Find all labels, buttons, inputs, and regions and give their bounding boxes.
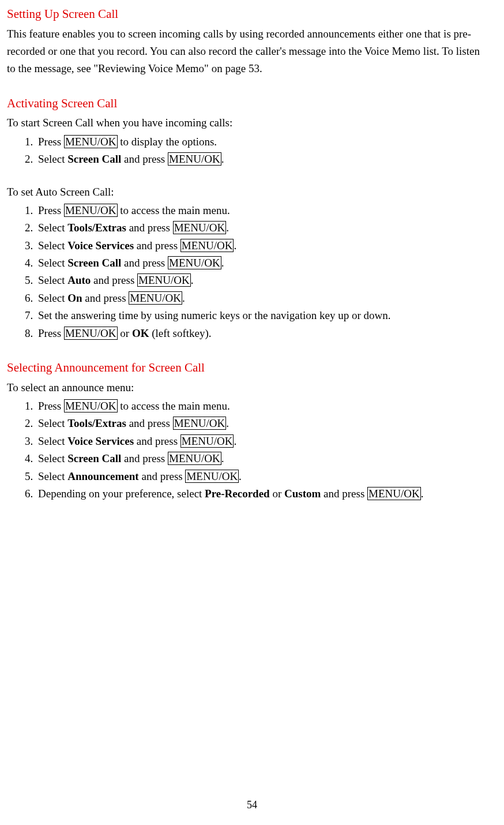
ui-option: On [67,292,82,304]
step-text: Press [38,204,64,216]
list-item: Select Screen Call and press MENU/OK. [36,450,483,467]
step-text: Set the answering time by using numeric … [38,309,391,321]
step-text: . [221,452,224,464]
list-item: Select Voice Services and press MENU/OK. [36,237,483,254]
ui-option: Voice Services [67,435,134,447]
step-text: and press [126,222,173,234]
step-text: and press [126,417,173,429]
ui-option: Screen Call [67,452,121,464]
step-text: Press [38,327,64,339]
step-text: to display the options. [118,136,217,148]
section-heading-activating: Activating Screen Call [7,94,483,114]
step-text: Press [38,400,64,412]
step-text: . [234,239,236,252]
ui-option: Auto [67,274,91,286]
step-text: . [234,435,236,447]
step-text: and press [82,292,129,304]
key-label: MENU/OK [168,452,221,465]
step-text: Select [38,417,67,429]
key-label: MENU/OK [137,273,191,287]
step-text: Select [38,435,67,447]
auto-steps-list: Press MENU/OK to access the main menu. S… [7,202,483,342]
ui-option: Tools/Extras [67,417,126,429]
list-item: Select Voice Services and press MENU/OK. [36,433,483,450]
ui-option: Custom [284,487,321,500]
key-label: MENU/OK [180,434,234,448]
list-item: Press MENU/OK to access the main menu. [36,397,483,415]
list-item: Select Tools/Extras and press MENU/OK. [36,415,483,432]
ui-option: Voice Services [67,239,134,252]
intro-paragraph: This feature enables you to screen incom… [7,25,483,78]
step-text: and press [121,153,168,165]
key-label: MENU/OK [64,327,118,340]
step-text: Press [38,136,64,148]
key-label: MENU/OK [367,487,421,500]
key-label: MENU/OK [129,291,182,305]
step-text: to access the main menu. [118,400,230,412]
auto-lead: To set Auto Screen Call: [7,183,483,201]
step-text: . [221,153,224,165]
step-text: . [191,274,194,286]
ui-option: Announcement [67,470,139,482]
step-text: Select [38,274,67,286]
list-item: Press MENU/OK to access the main menu. [36,202,483,219]
step-text: and press [321,487,367,500]
step-text: . [421,487,424,500]
ui-option: OK [132,327,149,339]
key-label: MENU/OK [64,135,118,148]
step-text: and press [91,274,137,286]
key-label: MENU/OK [168,256,221,269]
step-text: . [239,470,242,482]
step-text: Depending on your preference, select [38,487,205,500]
activating-steps-list: Press MENU/OK to display the options. Se… [7,133,483,168]
step-text: Select [38,257,67,269]
step-text: Select [38,222,67,234]
step-text: (left softkey). [149,327,211,339]
step-text: . [182,292,185,304]
step-text: . [221,257,224,269]
step-text: Select [38,153,67,165]
step-text: and press [134,435,180,447]
section-heading-setting-up: Setting Up Screen Call [7,5,483,24]
step-text: Select [38,292,67,304]
ui-option: Screen Call [67,257,121,269]
step-text: and press [121,452,168,464]
ui-option: Tools/Extras [67,222,126,234]
key-label: MENU/OK [185,470,239,483]
key-label: MENU/OK [180,239,234,252]
step-text: and press [139,470,186,482]
key-label: MENU/OK [173,221,227,234]
list-item: Select Announcement and press MENU/OK. [36,468,483,485]
key-label: MENU/OK [173,417,227,430]
ui-option: Pre-Recorded [205,487,270,500]
list-item: Set the answering time by using numeric … [36,307,483,324]
section-heading-selecting: Selecting Announcement for Screen Call [7,358,483,378]
list-item: Depending on your preference, select Pre… [36,485,483,502]
step-text: . [226,222,229,234]
list-item: Press MENU/OK or OK (left softkey). [36,325,483,342]
selecting-steps-list: Press MENU/OK to access the main menu. S… [7,397,483,502]
step-text: and press [134,239,180,252]
step-text: or [118,327,132,339]
step-text: . [226,417,229,429]
ui-option: Screen Call [67,153,121,165]
list-item: Select Screen Call and press MENU/OK. [36,151,483,168]
list-item: Select On and press MENU/OK. [36,290,483,307]
list-item: Select Auto and press MENU/OK. [36,272,483,289]
key-label: MENU/OK [64,204,118,217]
selecting-lead: To select an announce menu: [7,379,483,396]
step-text: Select [38,470,67,482]
step-text: and press [121,257,168,269]
step-text: to access the main menu. [118,204,230,216]
step-text: Select [38,239,67,252]
list-item: Press MENU/OK to display the options. [36,133,483,151]
activating-lead: To start Screen Call when you have incom… [7,114,483,132]
key-label: MENU/OK [168,152,221,166]
step-text: Select [38,452,67,464]
step-text: or [270,487,284,500]
key-label: MENU/OK [64,399,118,412]
list-item: Select Tools/Extras and press MENU/OK. [36,219,483,237]
list-item: Select Screen Call and press MENU/OK. [36,254,483,272]
